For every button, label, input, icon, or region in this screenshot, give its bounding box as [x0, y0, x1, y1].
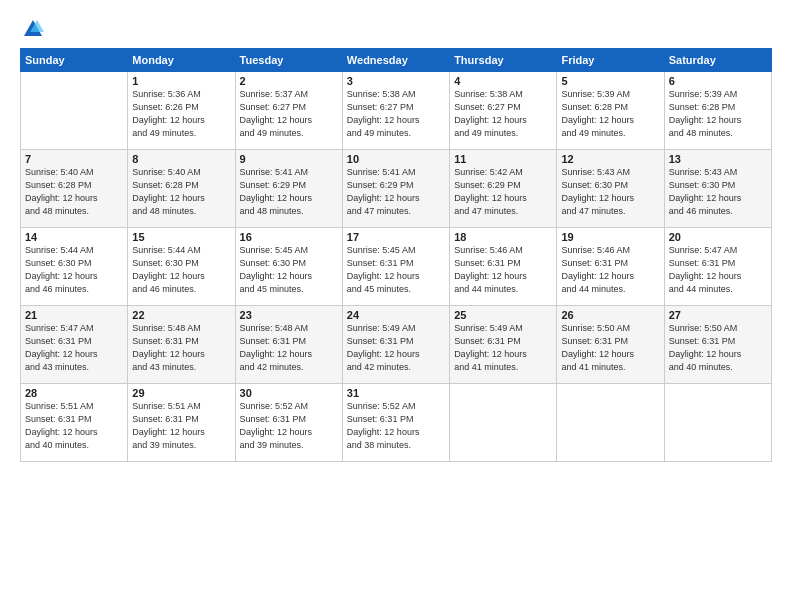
column-header-wednesday: Wednesday: [342, 49, 449, 72]
column-header-saturday: Saturday: [664, 49, 771, 72]
calendar-cell: 30Sunrise: 5:52 AM Sunset: 6:31 PM Dayli…: [235, 384, 342, 462]
day-number: 19: [561, 231, 659, 243]
calendar-cell: 23Sunrise: 5:48 AM Sunset: 6:31 PM Dayli…: [235, 306, 342, 384]
day-info: Sunrise: 5:50 AM Sunset: 6:31 PM Dayligh…: [561, 322, 659, 374]
calendar-week-5: 28Sunrise: 5:51 AM Sunset: 6:31 PM Dayli…: [21, 384, 772, 462]
calendar-cell: [664, 384, 771, 462]
day-info: Sunrise: 5:41 AM Sunset: 6:29 PM Dayligh…: [347, 166, 445, 218]
day-number: 14: [25, 231, 123, 243]
calendar-cell: 11Sunrise: 5:42 AM Sunset: 6:29 PM Dayli…: [450, 150, 557, 228]
day-info: Sunrise: 5:47 AM Sunset: 6:31 PM Dayligh…: [669, 244, 767, 296]
calendar-table: SundayMondayTuesdayWednesdayThursdayFrid…: [20, 48, 772, 462]
calendar-cell: 15Sunrise: 5:44 AM Sunset: 6:30 PM Dayli…: [128, 228, 235, 306]
calendar-cell: 3Sunrise: 5:38 AM Sunset: 6:27 PM Daylig…: [342, 72, 449, 150]
day-number: 10: [347, 153, 445, 165]
calendar-cell: 31Sunrise: 5:52 AM Sunset: 6:31 PM Dayli…: [342, 384, 449, 462]
calendar-cell: 1Sunrise: 5:36 AM Sunset: 6:26 PM Daylig…: [128, 72, 235, 150]
day-number: 25: [454, 309, 552, 321]
calendar-cell: 5Sunrise: 5:39 AM Sunset: 6:28 PM Daylig…: [557, 72, 664, 150]
calendar-cell: 8Sunrise: 5:40 AM Sunset: 6:28 PM Daylig…: [128, 150, 235, 228]
calendar-cell: 26Sunrise: 5:50 AM Sunset: 6:31 PM Dayli…: [557, 306, 664, 384]
calendar-cell: 4Sunrise: 5:38 AM Sunset: 6:27 PM Daylig…: [450, 72, 557, 150]
day-info: Sunrise: 5:46 AM Sunset: 6:31 PM Dayligh…: [561, 244, 659, 296]
day-number: 21: [25, 309, 123, 321]
day-info: Sunrise: 5:49 AM Sunset: 6:31 PM Dayligh…: [454, 322, 552, 374]
day-info: Sunrise: 5:37 AM Sunset: 6:27 PM Dayligh…: [240, 88, 338, 140]
column-header-thursday: Thursday: [450, 49, 557, 72]
column-header-monday: Monday: [128, 49, 235, 72]
day-number: 1: [132, 75, 230, 87]
column-header-friday: Friday: [557, 49, 664, 72]
day-info: Sunrise: 5:38 AM Sunset: 6:27 PM Dayligh…: [454, 88, 552, 140]
day-number: 4: [454, 75, 552, 87]
calendar-cell: 10Sunrise: 5:41 AM Sunset: 6:29 PM Dayli…: [342, 150, 449, 228]
calendar-cell: 14Sunrise: 5:44 AM Sunset: 6:30 PM Dayli…: [21, 228, 128, 306]
day-number: 17: [347, 231, 445, 243]
calendar-cell: 24Sunrise: 5:49 AM Sunset: 6:31 PM Dayli…: [342, 306, 449, 384]
calendar-cell: [21, 72, 128, 150]
calendar-cell: 28Sunrise: 5:51 AM Sunset: 6:31 PM Dayli…: [21, 384, 128, 462]
day-info: Sunrise: 5:40 AM Sunset: 6:28 PM Dayligh…: [132, 166, 230, 218]
day-number: 18: [454, 231, 552, 243]
calendar-cell: 9Sunrise: 5:41 AM Sunset: 6:29 PM Daylig…: [235, 150, 342, 228]
day-info: Sunrise: 5:52 AM Sunset: 6:31 PM Dayligh…: [347, 400, 445, 452]
day-number: 30: [240, 387, 338, 399]
logo: [20, 18, 44, 40]
day-info: Sunrise: 5:44 AM Sunset: 6:30 PM Dayligh…: [132, 244, 230, 296]
calendar-cell: 22Sunrise: 5:48 AM Sunset: 6:31 PM Dayli…: [128, 306, 235, 384]
calendar-cell: [557, 384, 664, 462]
column-header-tuesday: Tuesday: [235, 49, 342, 72]
day-number: 15: [132, 231, 230, 243]
day-number: 11: [454, 153, 552, 165]
day-info: Sunrise: 5:50 AM Sunset: 6:31 PM Dayligh…: [669, 322, 767, 374]
day-number: 28: [25, 387, 123, 399]
day-number: 24: [347, 309, 445, 321]
header: [20, 18, 772, 40]
calendar-cell: 29Sunrise: 5:51 AM Sunset: 6:31 PM Dayli…: [128, 384, 235, 462]
day-number: 12: [561, 153, 659, 165]
day-info: Sunrise: 5:39 AM Sunset: 6:28 PM Dayligh…: [561, 88, 659, 140]
calendar-week-1: 1Sunrise: 5:36 AM Sunset: 6:26 PM Daylig…: [21, 72, 772, 150]
day-number: 3: [347, 75, 445, 87]
day-info: Sunrise: 5:44 AM Sunset: 6:30 PM Dayligh…: [25, 244, 123, 296]
day-number: 13: [669, 153, 767, 165]
calendar-cell: 19Sunrise: 5:46 AM Sunset: 6:31 PM Dayli…: [557, 228, 664, 306]
day-info: Sunrise: 5:40 AM Sunset: 6:28 PM Dayligh…: [25, 166, 123, 218]
day-number: 5: [561, 75, 659, 87]
day-number: 16: [240, 231, 338, 243]
calendar-week-3: 14Sunrise: 5:44 AM Sunset: 6:30 PM Dayli…: [21, 228, 772, 306]
calendar-cell: 25Sunrise: 5:49 AM Sunset: 6:31 PM Dayli…: [450, 306, 557, 384]
calendar-cell: 20Sunrise: 5:47 AM Sunset: 6:31 PM Dayli…: [664, 228, 771, 306]
day-number: 22: [132, 309, 230, 321]
day-number: 23: [240, 309, 338, 321]
day-number: 27: [669, 309, 767, 321]
calendar-week-2: 7Sunrise: 5:40 AM Sunset: 6:28 PM Daylig…: [21, 150, 772, 228]
day-info: Sunrise: 5:51 AM Sunset: 6:31 PM Dayligh…: [25, 400, 123, 452]
calendar-cell: 18Sunrise: 5:46 AM Sunset: 6:31 PM Dayli…: [450, 228, 557, 306]
day-info: Sunrise: 5:41 AM Sunset: 6:29 PM Dayligh…: [240, 166, 338, 218]
day-info: Sunrise: 5:51 AM Sunset: 6:31 PM Dayligh…: [132, 400, 230, 452]
calendar-cell: 16Sunrise: 5:45 AM Sunset: 6:30 PM Dayli…: [235, 228, 342, 306]
day-info: Sunrise: 5:46 AM Sunset: 6:31 PM Dayligh…: [454, 244, 552, 296]
day-info: Sunrise: 5:45 AM Sunset: 6:31 PM Dayligh…: [347, 244, 445, 296]
column-header-sunday: Sunday: [21, 49, 128, 72]
calendar-cell: 6Sunrise: 5:39 AM Sunset: 6:28 PM Daylig…: [664, 72, 771, 150]
day-info: Sunrise: 5:38 AM Sunset: 6:27 PM Dayligh…: [347, 88, 445, 140]
day-number: 6: [669, 75, 767, 87]
day-info: Sunrise: 5:52 AM Sunset: 6:31 PM Dayligh…: [240, 400, 338, 452]
calendar-cell: 12Sunrise: 5:43 AM Sunset: 6:30 PM Dayli…: [557, 150, 664, 228]
day-info: Sunrise: 5:43 AM Sunset: 6:30 PM Dayligh…: [669, 166, 767, 218]
day-info: Sunrise: 5:39 AM Sunset: 6:28 PM Dayligh…: [669, 88, 767, 140]
day-number: 8: [132, 153, 230, 165]
day-number: 20: [669, 231, 767, 243]
day-info: Sunrise: 5:49 AM Sunset: 6:31 PM Dayligh…: [347, 322, 445, 374]
day-info: Sunrise: 5:42 AM Sunset: 6:29 PM Dayligh…: [454, 166, 552, 218]
day-number: 26: [561, 309, 659, 321]
calendar-cell: [450, 384, 557, 462]
day-info: Sunrise: 5:48 AM Sunset: 6:31 PM Dayligh…: [240, 322, 338, 374]
day-number: 29: [132, 387, 230, 399]
calendar-header-row: SundayMondayTuesdayWednesdayThursdayFrid…: [21, 49, 772, 72]
day-info: Sunrise: 5:47 AM Sunset: 6:31 PM Dayligh…: [25, 322, 123, 374]
calendar-cell: 7Sunrise: 5:40 AM Sunset: 6:28 PM Daylig…: [21, 150, 128, 228]
day-number: 7: [25, 153, 123, 165]
